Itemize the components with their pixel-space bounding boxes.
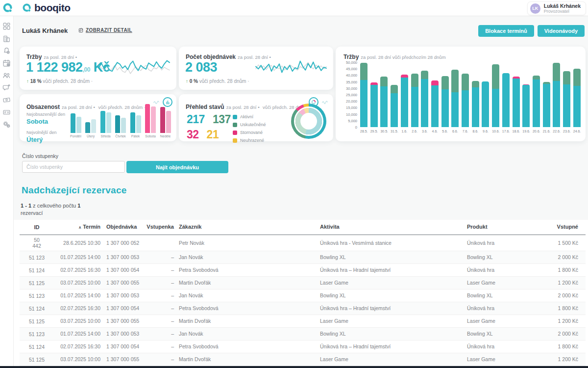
x-tick-label: 6.6. bbox=[451, 130, 459, 133]
table-cell: Úniková hra bbox=[463, 265, 536, 275]
table-cell: Petra Svobodová bbox=[174, 342, 316, 352]
video-guides-button[interactable]: Videonávody bbox=[538, 25, 585, 37]
table-cell: 2 000 Kč bbox=[536, 290, 586, 301]
status-donut-chart bbox=[291, 104, 326, 139]
table-cell: 51 123 bbox=[20, 253, 54, 263]
stacked-bar bbox=[513, 77, 520, 127]
table-cell: 51 125 bbox=[20, 355, 54, 365]
orders-sparkline bbox=[254, 53, 328, 81]
table-header-row: ID∧TermínObjednávkaVstupenkaZákazníkAkti… bbox=[20, 220, 586, 235]
stacked-bar bbox=[502, 73, 510, 127]
table-row[interactable]: 51 12402.07.2025 16:301 307 000 054–Petr… bbox=[20, 264, 586, 277]
revenue-stacked-bar-chart bbox=[360, 62, 581, 127]
orders-delta: ↑ 0 % vůči předch. 28 dnům · bbox=[186, 79, 249, 84]
show-detail-link[interactable]: ZOBRAZIT DETAIL bbox=[78, 27, 132, 33]
quietest-day-label: Nejvolnější den bbox=[26, 130, 65, 135]
stacked-bar bbox=[472, 81, 479, 127]
column-header-aktivita[interactable]: Aktivita bbox=[316, 222, 463, 233]
column-header-zákazník[interactable]: Zákazník bbox=[174, 222, 316, 233]
table-cell: 01.07.2025 14:00 bbox=[54, 252, 100, 263]
table-row[interactable]: 51 12301.07.2025 14:001 307 000 053–Jan … bbox=[20, 328, 586, 341]
table-row[interactable]: 51 12503.07.2025 10:001 307 000 055–Mart… bbox=[20, 353, 586, 366]
stacked-bar bbox=[441, 76, 449, 127]
bar-view-toggle-icon[interactable] bbox=[163, 97, 172, 107]
customers-icon[interactable] bbox=[2, 71, 11, 79]
status-count: 21 bbox=[207, 128, 219, 141]
revenue-delta: ↑ 18 % vůči předch. 28 dnům · bbox=[26, 79, 93, 84]
block-dates-button[interactable]: Blokace termínů bbox=[478, 25, 534, 37]
column-header-produkt[interactable]: Produkt bbox=[463, 222, 536, 233]
table-cell: Úniková hra bbox=[463, 303, 536, 314]
table-row[interactable]: 51 12301.07.2025 14:001 307 000 053–Jan … bbox=[20, 251, 586, 264]
table-row[interactable]: 51 12503.07.2025 10:001 307 000 055–Mart… bbox=[20, 277, 586, 289]
table-cell: Bowling XL bbox=[316, 329, 463, 339]
column-header-vstupné[interactable]: Vstupné bbox=[536, 222, 586, 233]
table-row[interactable]: 51 12402.07.2025 16:301 307 000 054–Petr… bbox=[20, 302, 586, 315]
table-cell: Bowling XL bbox=[463, 252, 536, 263]
stacked-bar bbox=[533, 76, 540, 127]
line-view-toggle-icon[interactable] bbox=[152, 98, 161, 106]
line-view-toggle-icon[interactable] bbox=[320, 98, 329, 106]
brand-wordmark[interactable]: booqito bbox=[22, 2, 70, 14]
notifications-icon[interactable] bbox=[2, 47, 11, 55]
table-cell: 51 125 bbox=[20, 278, 54, 288]
column-header-termín[interactable]: ∧Termín bbox=[54, 222, 100, 233]
table-cell: Úniková hra - Vesmírná stanice bbox=[316, 238, 463, 248]
sort-asc-icon: ∧ bbox=[78, 225, 81, 230]
table-cell: Martin Dvořák bbox=[174, 316, 316, 326]
table-cell: 1 307 000 054 bbox=[100, 303, 146, 314]
ticket-number-input[interactable] bbox=[22, 161, 125, 173]
find-order-button[interactable]: Najít objednávku bbox=[126, 161, 228, 173]
table-cell: 1 307 000 055 bbox=[100, 278, 146, 288]
dashboard-icon[interactable] bbox=[2, 22, 11, 30]
avatar: LK bbox=[530, 3, 540, 14]
upcoming-reservations-title: Nadcházející rezervace bbox=[22, 185, 127, 196]
table-cell: Úniková hra – Hradní tajemství bbox=[316, 303, 463, 314]
column-header-vstupenka[interactable]: Vstupenka bbox=[146, 222, 174, 233]
table-cell: 1 307 000 052 bbox=[100, 238, 146, 248]
table-cell: Petra Svobodová bbox=[174, 265, 316, 275]
stacked-bar bbox=[370, 82, 378, 127]
settings-icon[interactable] bbox=[2, 120, 11, 129]
table-row[interactable]: 51 12402.07.2025 16:301 307 000 054–Petr… bbox=[20, 341, 586, 353]
table-cell: Laser Game bbox=[316, 354, 463, 365]
user-menu[interactable]: LK Lukáš Krhánek Provozovatel bbox=[527, 1, 586, 15]
table-cell: 03.07.2025 10:00 bbox=[54, 316, 100, 326]
company-icon[interactable] bbox=[2, 34, 11, 43]
y-tick-label: 45,000 bbox=[346, 67, 357, 71]
legend-item: Stornované bbox=[233, 130, 266, 135]
x-tick-label: 7.6. bbox=[462, 130, 469, 133]
table-cell: Bowling XL bbox=[463, 329, 536, 339]
app-logo-mark-icon[interactable] bbox=[2, 2, 13, 13]
stacked-bar bbox=[553, 63, 560, 127]
table-row[interactable]: 50 44228.6.2025 10:301 307 000 052Petr N… bbox=[20, 235, 586, 251]
column-header-objednávka[interactable]: Objednávka bbox=[100, 222, 146, 233]
stacked-bar bbox=[431, 80, 439, 127]
table-cell: 02.07.2025 16:30 bbox=[54, 265, 100, 275]
column-header-id[interactable]: ID bbox=[20, 222, 54, 233]
y-tick-label: 5,000 bbox=[348, 118, 357, 123]
calendar-icon[interactable] bbox=[2, 59, 11, 67]
status-counts: 2171373221 bbox=[187, 113, 231, 143]
stacked-bar bbox=[543, 82, 550, 127]
messages-icon[interactable] bbox=[2, 83, 11, 92]
status-count: 137 bbox=[213, 113, 231, 126]
donut-view-toggle-icon[interactable] bbox=[309, 97, 318, 107]
occupancy-day-group: Pátek bbox=[128, 102, 143, 138]
stacked-bar bbox=[360, 63, 368, 127]
top-bar: booqito LK Lukáš Krhánek Provozovatel bbox=[0, 0, 588, 16]
table-cell: 1 307 000 053 bbox=[100, 329, 146, 339]
payments-icon[interactable] bbox=[2, 96, 11, 104]
table-cell: 1 200 Kč bbox=[536, 354, 586, 365]
vouchers-icon[interactable] bbox=[2, 108, 11, 116]
table-row[interactable]: 51 12301.07.2025 14:001 307 000 053–Jan … bbox=[20, 289, 586, 302]
table-cell: Jan Novák bbox=[174, 329, 316, 339]
page-title: Lukáš Krhánek bbox=[22, 27, 68, 34]
stacked-bar bbox=[563, 71, 570, 127]
revenue-card: Tržbyza posl. 28 dní • 1 122 982,00 Kč ↑… bbox=[20, 47, 176, 90]
stacked-bar bbox=[401, 75, 408, 127]
table-cell: – bbox=[146, 290, 174, 301]
bottom-edge-bar bbox=[0, 366, 588, 368]
x-tick-label: 31.5. bbox=[391, 130, 398, 133]
table-row[interactable]: 51 12503.07.2025 10:001 307 000 055–Mart… bbox=[20, 315, 586, 328]
